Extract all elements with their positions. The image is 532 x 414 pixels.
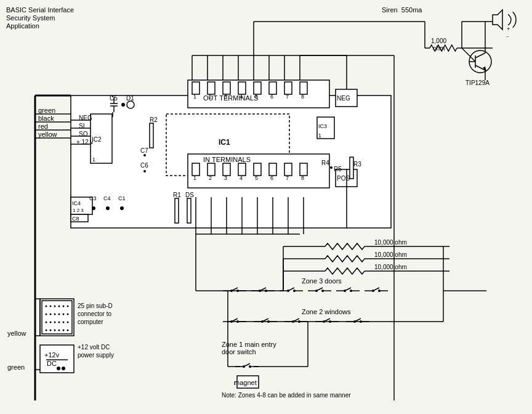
canvas-main <box>0 0 532 414</box>
